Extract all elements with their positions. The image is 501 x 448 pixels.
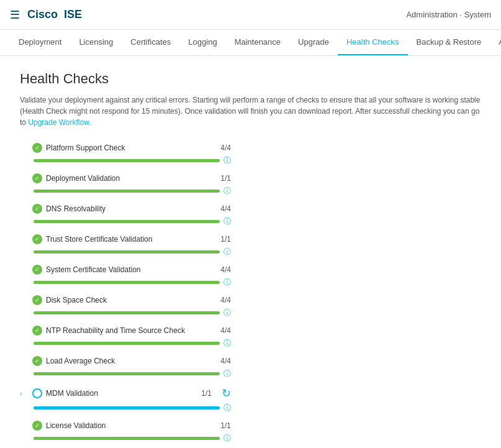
app-logo: Cisco ISE — [27, 8, 82, 21]
tab-maintenance[interactable]: Maintenance — [226, 30, 289, 55]
check-name: Load Average Check — [46, 357, 115, 365]
check-score: 1/1 — [220, 174, 231, 183]
info-icon[interactable]: ⓘ — [223, 216, 231, 227]
info-icon[interactable]: ⓘ — [223, 155, 231, 166]
check-item-license: ✓ License Validation 1/1 ⓘ — [20, 421, 231, 444]
expand-placeholder — [20, 297, 29, 304]
page-title: Health Checks — [20, 71, 481, 87]
check-score: 1/1 — [201, 389, 212, 398]
check-icon-green: ✓ — [32, 143, 42, 153]
check-item-load-average: ✓ Load Average Check 4/4 ⓘ — [20, 356, 231, 379]
check-name: Trust Store Certificate Validation — [46, 235, 152, 244]
progress-row: ⓘ — [34, 155, 231, 166]
tab-certificates[interactable]: Certificates — [122, 30, 179, 55]
check-icon-green: ✓ — [32, 265, 42, 275]
check-item-dns: ✓ DNS Resolvability 4/4 ⓘ — [20, 204, 231, 227]
breadcrumb: Administration · System — [406, 10, 491, 19]
expand-placeholder — [20, 423, 29, 429]
check-name: DNS Resolvability — [46, 204, 106, 213]
expand-placeholder — [20, 206, 29, 213]
info-icon[interactable]: ⓘ — [223, 433, 231, 444]
expand-placeholder — [20, 358, 29, 365]
check-header: ✓ Platform Support Check 4/4 — [20, 143, 231, 153]
description: Validate your deployment against any cri… — [20, 94, 481, 128]
check-name: Deployment Validation — [46, 174, 120, 183]
check-icon-blue — [32, 388, 42, 398]
check-name: MDM Validation — [46, 389, 98, 398]
check-item-system-cert: ✓ System Certificate Validation 4/4 ⓘ — [20, 265, 231, 288]
info-icon[interactable]: ⓘ — [223, 338, 231, 349]
tab-upgrade[interactable]: Upgrade — [289, 30, 338, 55]
info-icon[interactable]: ⓘ — [223, 186, 231, 196]
info-icon[interactable]: ⓘ — [223, 403, 231, 413]
check-score: 4/4 — [220, 326, 231, 335]
info-icon[interactable]: ⓘ — [223, 368, 231, 379]
check-name: NTP Reachability and Time Source Check — [46, 326, 185, 335]
expand-placeholder — [20, 267, 29, 273]
refresh-icon[interactable]: ↻ — [222, 386, 231, 400]
logo-ise: ISE — [64, 8, 82, 21]
tab-licensing[interactable]: Licensing — [70, 30, 122, 55]
check-score: 4/4 — [220, 144, 231, 152]
expand-placeholder — [20, 236, 29, 243]
info-icon[interactable]: ⓘ — [223, 277, 231, 288]
logo-cisco: Cisco — [27, 8, 58, 21]
checks-container: ✓ Platform Support Check 4/4 ⓘ ✓ Deploym… — [20, 143, 231, 448]
check-icon-green: ✓ — [32, 204, 42, 214]
check-icon-green: ✓ — [32, 234, 42, 244]
check-name: Platform Support Check — [46, 144, 125, 152]
check-icon-green: ✓ — [32, 295, 42, 305]
nav-tabs: Deployment Licensing Certificates Loggin… — [0, 30, 501, 56]
expand-placeholder — [20, 327, 29, 334]
check-score: 4/4 — [220, 204, 231, 213]
upgrade-workflow-link[interactable]: Upgrade Workflow. — [28, 118, 91, 127]
check-item-mdm: › MDM Validation 1/1 ↻ ⓘ — [20, 386, 231, 413]
expand-chevron-icon[interactable]: › — [20, 390, 29, 397]
check-item-deployment-validation: ✓ Deployment Validation 1/1 ⓘ — [20, 173, 231, 196]
check-name: License Validation — [46, 421, 106, 430]
check-score: 4/4 — [220, 265, 231, 274]
check-name: Disk Space Check — [46, 296, 107, 304]
tab-logging[interactable]: Logging — [179, 30, 225, 55]
check-icon-green: ✓ — [32, 326, 42, 336]
hamburger-menu-icon[interactable]: ☰ — [10, 8, 20, 22]
check-score: 1/1 — [220, 235, 231, 244]
info-icon[interactable]: ⓘ — [223, 308, 231, 318]
expand-placeholder — [20, 145, 29, 152]
check-name: System Certificate Validation — [46, 265, 141, 274]
tab-admin-access[interactable]: Admin Access — [490, 30, 501, 55]
check-item-platform-support: ✓ Platform Support Check 4/4 ⓘ — [20, 143, 231, 166]
check-item-ntp: ✓ NTP Reachability and Time Source Check… — [20, 326, 231, 349]
check-item-trust-store: ✓ Trust Store Certificate Validation 1/1… — [20, 234, 231, 257]
check-score: 4/4 — [220, 296, 231, 304]
check-icon-green: ✓ — [32, 173, 42, 183]
info-icon[interactable]: ⓘ — [223, 247, 231, 257]
main-content: Health Checks Validate your deployment a… — [0, 56, 501, 448]
check-icon-green: ✓ — [32, 421, 42, 431]
tab-backup-restore[interactable]: Backup & Restore — [408, 30, 490, 55]
check-icon-green: ✓ — [32, 356, 42, 366]
progress-bar-fill — [34, 159, 220, 162]
tab-deployment[interactable]: Deployment — [10, 30, 70, 55]
check-item-disk-space: ✓ Disk Space Check 4/4 ⓘ — [20, 295, 231, 318]
top-bar: ☰ Cisco ISE Administration · System — [0, 0, 501, 30]
progress-bar-bg — [34, 159, 220, 162]
check-score: 4/4 — [220, 357, 231, 365]
expand-placeholder — [20, 175, 29, 182]
tab-health-checks[interactable]: Health Checks — [338, 30, 408, 55]
check-score: 1/1 — [220, 421, 231, 430]
top-bar-left: ☰ Cisco ISE — [10, 8, 82, 22]
